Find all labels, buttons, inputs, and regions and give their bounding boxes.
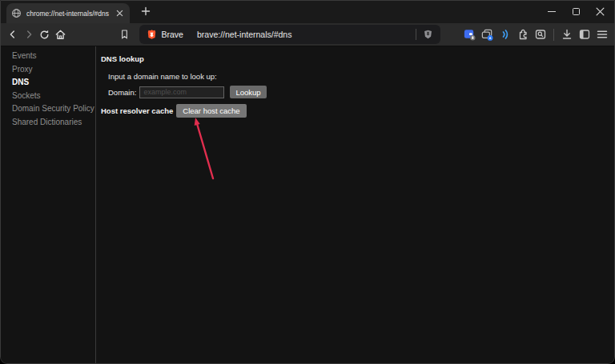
reload-icon[interactable] xyxy=(37,26,53,42)
brave-shields-icon[interactable] xyxy=(423,29,433,40)
side-panel-icon[interactable] xyxy=(577,26,593,42)
brave-lion-icon[interactable] xyxy=(147,29,157,40)
bookmark-icon[interactable] xyxy=(117,26,133,42)
sidebar-item-events[interactable]: Events xyxy=(1,50,95,63)
globe-favicon-icon xyxy=(11,8,22,18)
back-icon[interactable] xyxy=(5,26,21,42)
minimize-icon[interactable] xyxy=(540,1,564,22)
domain-row: Domain: Lookup xyxy=(108,86,614,98)
host-resolver-row: Host resolver cache Clear host cache xyxy=(101,104,614,118)
close-window-icon[interactable] xyxy=(588,1,612,22)
browser-window: chrome://net-internals/#dns xyxy=(0,0,615,364)
site-label: Brave xyxy=(162,30,183,39)
close-tab-icon[interactable] xyxy=(114,8,125,19)
tab-bar: chrome://net-internals/#dns xyxy=(1,1,614,23)
dns-panel: DNS lookup Input a domain name to look u… xyxy=(96,46,614,364)
address-bar-separator xyxy=(416,29,416,40)
download-icon[interactable] xyxy=(559,26,575,42)
forward-icon[interactable] xyxy=(21,26,37,42)
address-bar[interactable]: Brave brave://net-internals/#dns xyxy=(139,25,440,44)
toolbar-right-icons xyxy=(462,26,610,42)
sidebar-item-proxy[interactable]: Proxy xyxy=(1,63,95,77)
window-controls xyxy=(540,1,612,22)
home-icon[interactable] xyxy=(53,26,69,42)
domain-label: Domain: xyxy=(108,88,136,97)
net-internals-sidebar: Events Proxy DNS Sockets Domain Security… xyxy=(1,46,96,364)
host-resolver-cache-label: Host resolver cache xyxy=(101,106,173,115)
page-content: Events Proxy DNS Sockets Domain Security… xyxy=(1,46,614,364)
navigation-toolbar: Brave brave://net-internals/#dns xyxy=(1,23,614,46)
url-text[interactable]: brave://net-internals/#dns xyxy=(197,30,409,39)
tab-net-internals[interactable]: chrome://net-internals/#dns xyxy=(6,3,130,23)
maximize-icon[interactable] xyxy=(564,1,588,22)
extensions-puzzle-icon[interactable] xyxy=(515,26,531,42)
new-tab-plus-icon[interactable] xyxy=(137,2,155,20)
sidebar-item-sockets[interactable]: Sockets xyxy=(1,90,95,103)
toolbar-separator xyxy=(553,29,554,41)
tab-media-badge-icon[interactable] xyxy=(480,26,496,42)
media-waves-icon[interactable] xyxy=(497,26,513,42)
dns-lookup-heading: DNS lookup xyxy=(101,54,614,63)
tab-title: chrome://net-internals/#dns xyxy=(26,10,114,18)
menu-hamburger-icon[interactable] xyxy=(594,26,610,42)
domain-input[interactable] xyxy=(139,86,224,98)
clear-host-cache-button[interactable]: Clear host cache xyxy=(176,104,246,118)
sidebar-item-dns[interactable]: DNS xyxy=(1,76,95,90)
sidebar-item-shared-dictionaries[interactable]: Shared Dictionaries xyxy=(1,116,95,130)
wallet-icon[interactable] xyxy=(462,26,478,42)
tab-search-icon[interactable] xyxy=(533,26,549,42)
sidebar-item-domain-security-policy[interactable]: Domain Security Policy xyxy=(1,102,95,116)
dns-lookup-instruction: Input a domain name to look up: xyxy=(108,72,614,81)
lookup-button[interactable]: Lookup xyxy=(230,86,266,98)
